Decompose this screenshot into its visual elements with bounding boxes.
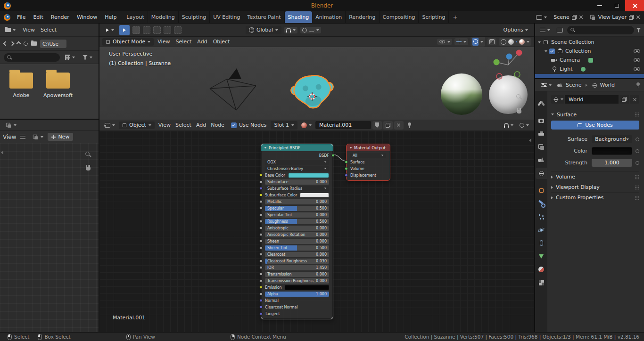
properties-tab-object[interactable] [536,185,547,196]
hide-toggle-eye-icon[interactable] [634,67,640,71]
select-mode-intersect[interactable] [174,26,182,34]
fake-user-button[interactable] [372,121,382,130]
select-mode-set[interactable] [132,26,140,34]
tab-rendering[interactable]: Rendering [346,11,379,23]
tab-animation[interactable]: Animation [312,11,346,23]
input-socket-float[interactable] [259,207,263,210]
input-socket-float[interactable] [259,260,263,263]
view-layer-selector[interactable]: View Layer [587,14,642,21]
copy-world-button[interactable] [619,95,629,104]
node-slider-transmission[interactable]: Transmission0.000 [265,272,329,277]
properties-tab-data[interactable] [536,251,547,262]
new-image-button[interactable]: New [48,133,73,141]
node-slider-transmission-roughness[interactable]: Transmission Roughness0.000 [265,278,329,284]
navigation-gizmo[interactable] [488,47,529,84]
animate-decorator[interactable] [636,161,639,165]
screen-selector[interactable] [534,14,549,21]
color-swatch-subsurface-color[interactable] [300,193,329,198]
file-search-box[interactable] [4,53,60,62]
node-select-subsurface-radius[interactable]: Subsurface Radius [265,186,329,191]
region-collapse-arrow[interactable] [1,151,3,154]
input-socket-vector[interactable] [259,299,263,302]
gizmo-y-axis[interactable] [494,59,500,65]
viewport-canvas[interactable]: User Perspective (1) Collection | Suzann… [99,47,534,120]
falloff-curve-icon[interactable] [309,28,314,32]
browse-image-button[interactable] [30,133,46,141]
display-mode-outliner[interactable] [554,27,565,33]
input-socket-float[interactable] [259,253,263,256]
vp-menu-select[interactable]: Select [173,39,194,45]
properties-tab-modifier[interactable] [536,198,547,209]
gizmo-icon[interactable] [456,39,462,44]
overlay-node-button[interactable] [517,122,531,129]
input-socket-vector[interactable] [259,306,263,309]
input-socket-float[interactable] [259,266,263,269]
active-tool-dropdown[interactable] [103,27,116,33]
unlink-view-layer-icon[interactable] [636,15,640,19]
node-slider-subsurface[interactable]: Subsurface0.000 [265,179,329,185]
sh-menu-select[interactable]: Select [173,122,194,128]
panel-volume[interactable]: Volume [551,171,639,182]
input-socket-color[interactable] [259,194,263,197]
editor-type-image-editor[interactable] [3,121,19,130]
menu-help[interactable]: Help [101,11,120,24]
tab-sculpting[interactable]: Sculpting [179,11,210,23]
node-header[interactable]: Principled BSDF [261,144,333,151]
snap-menu-caret[interactable] [293,29,296,31]
node-slider-sheen[interactable]: Sheen0.000 [265,239,329,244]
badge-cam-icon[interactable] [588,58,593,63]
snap-node-button[interactable] [502,122,516,129]
browse-world-button[interactable] [551,95,564,104]
tab-layout[interactable]: Layout [123,11,148,23]
panel-custom-properties[interactable]: Custom Properties [551,192,639,203]
node-slider-clearcoat[interactable]: Clearcoat0.000 [265,252,329,257]
folder-apowersoft[interactable]: Apowersoft [43,73,73,110]
gizmo-y-neg[interactable] [514,72,520,77]
input-socket-float[interactable] [259,273,263,276]
vp-menu-add[interactable]: Add [194,39,210,45]
color-swatch-emission[interactable] [285,285,329,290]
shader-node-canvas[interactable]: Principled BSDF BSDFGGXChristensen-Burle… [99,131,534,332]
mode-dropdown[interactable]: Object Mode [102,38,154,46]
outliner-row-suzanne-partial[interactable] [535,74,644,78]
node-slider-clearcoat-roughness[interactable]: Clearcoat Roughness0.030 [265,259,329,264]
node-slider-anisotropic-rotation[interactable]: Anisotropic Rotation0.000 [265,232,329,237]
gizmo-x-neg[interactable] [496,73,502,79]
outliner-row-collection[interactable]: Collection [535,47,644,56]
input-socket-float[interactable] [259,213,263,217]
fb-menu-select[interactable]: Select [38,27,59,33]
shading-solid-button[interactable] [508,39,514,45]
use-nodes-toggle[interactable]: Use Nodes [228,122,270,128]
options-dropdown[interactable]: Options [501,26,530,34]
outliner-row-scene-collection[interactable]: Scene Collection [535,38,644,47]
outliner-search-box[interactable] [567,26,634,34]
input-socket-float[interactable] [259,292,263,296]
scene-selector[interactable]: Scene [552,14,585,20]
collapse-node-icon[interactable] [350,147,352,148]
field-number-strength[interactable]: 1.000 [592,159,632,167]
camera-object[interactable] [207,67,260,114]
input-socket-shader[interactable] [345,167,348,170]
input-socket-vector[interactable] [345,174,348,177]
properties-tab-world[interactable] [536,168,547,179]
hide-toggle-eye-icon[interactable] [634,49,640,53]
editor-type-file-browser[interactable] [3,27,18,33]
breadcrumb-world[interactable]: World [591,82,615,89]
input-socket-float[interactable] [259,227,263,230]
select-mode-extend[interactable] [143,26,150,34]
sh-menu-view[interactable]: View [156,122,173,128]
outliner-row-camera[interactable]: Camera [535,56,644,65]
ie-menu-view[interactable]: View [3,134,16,140]
tab-uv-editing[interactable]: UV Editing [210,11,244,23]
surface-panel-header[interactable]: Surface [551,109,639,120]
input-socket-float[interactable] [259,180,263,184]
copy-material-button[interactable] [383,121,393,130]
animate-decorator[interactable] [636,149,639,153]
vp-menu-object[interactable]: Object [210,39,233,45]
tab-compositing[interactable]: Compositing [380,11,419,23]
slot-dropdown[interactable]: Slot 1 [271,121,297,130]
add-workspace-button[interactable]: + [449,11,461,23]
active-tool-button[interactable] [119,25,130,35]
node-slider-roughness[interactable]: Roughness0.500 [265,219,329,224]
shader-type-dropdown[interactable]: Object [119,122,155,129]
